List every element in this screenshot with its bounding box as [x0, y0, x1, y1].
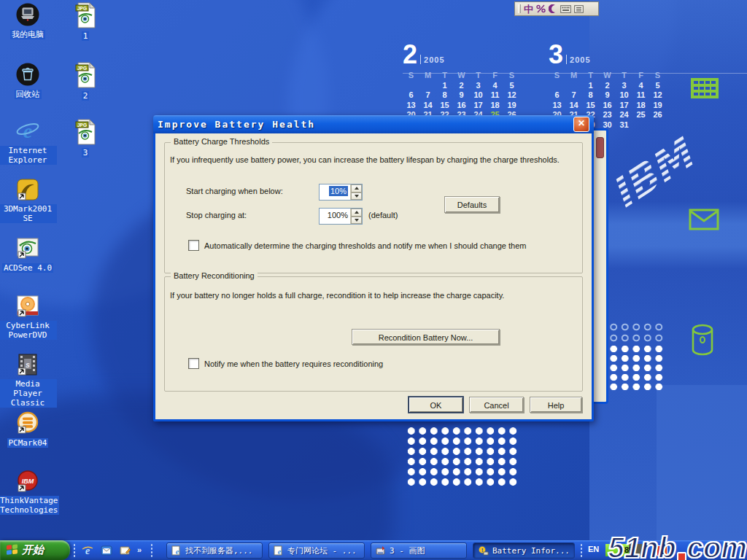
desktop-icon-recycle-bin[interactable]: 回收站 [0, 62, 57, 100]
dialog-client-area: Battery Charge Thresholds If you infrequ… [155, 133, 592, 419]
svg-text:s: s [26, 360, 30, 369]
close-button[interactable]: ✕ [573, 117, 589, 132]
taskbar-grip[interactable] [150, 543, 153, 557]
powerdvd-icon [15, 294, 40, 319]
task-button-battery-information[interactable]: ! Battery Infor... [473, 542, 575, 559]
task-button-browser-2[interactable]: e 专门网论坛 - ... [268, 542, 365, 559]
window-accent [596, 137, 604, 158]
desktop-icon-jpg-3[interactable]: JPG 3 [56, 119, 115, 158]
51nb-watermark: 51nb com [608, 532, 747, 560]
calendar-day: 12 [503, 90, 520, 101]
svg-text:JPG: JPG [77, 66, 87, 71]
calendar-day: 10 [616, 90, 632, 101]
calendar-day [649, 120, 666, 131]
calendar-weekday: S [503, 71, 520, 81]
desktop-icon-jpg-1[interactable]: JPG 1 [56, 2, 115, 42]
calendar-day: 14 [565, 101, 582, 111]
tray-language-indicator[interactable]: EN [588, 545, 599, 553]
ie-page-icon: e [171, 545, 182, 556]
quick-launch-ie-icon[interactable]: e [80, 543, 95, 557]
stop-charging-spinner[interactable]: 100% [319, 208, 363, 225]
watermark-suffix: com [687, 532, 747, 560]
calendar-day: 23 [599, 110, 616, 120]
spin-down-button[interactable] [351, 192, 362, 201]
pen-mode-icon[interactable] [549, 4, 557, 13]
stop-charging-value[interactable]: 100% [320, 209, 350, 224]
calendar-day: 11 [487, 90, 503, 101]
spin-up-button[interactable] [351, 184, 362, 192]
recondition-description: If your battery no longer holds a full c… [170, 291, 504, 300]
calendar-day: 16 [599, 101, 616, 111]
help-button[interactable]: Help [530, 397, 582, 413]
calendar-day: 1 [582, 81, 599, 91]
desktop-icon-media-player-classic[interactable]: s Media Player Classic [0, 352, 57, 408]
tray-grip[interactable] [580, 543, 583, 557]
start-charging-value[interactable]: 10% [329, 186, 348, 196]
auto-determine-checkbox[interactable] [188, 240, 199, 251]
desktop-icon-acdsee[interactable]: ACDSee 4.0 [0, 236, 57, 273]
desktop-icon-thinkvantage[interactable]: IBM ThinkVantage Technologies [0, 469, 57, 516]
calendar-day: 15 [436, 101, 453, 111]
icon-label: CyberLink PowerDVD [0, 321, 57, 340]
svg-text:e: e [176, 548, 179, 556]
calendar-weekday: F [487, 71, 503, 81]
spin-up-button[interactable] [351, 209, 362, 217]
task-button-paint[interactable]: 3 - 画图 [371, 542, 467, 559]
default-note: (default) [368, 211, 398, 219]
cancel-button[interactable]: Cancel [469, 397, 524, 413]
desktop-icon-my-computer[interactable]: 我的电脑 [0, 2, 57, 40]
calendar-weekday: T [616, 71, 632, 81]
task-button-browser-1[interactable]: e 找不到服务器,... [166, 542, 263, 559]
calendar-weekday: W [453, 71, 470, 81]
dialog-titlebar[interactable]: Improve Battery Health ✕ [153, 115, 594, 133]
calendar-day [419, 81, 436, 91]
svg-text:e: e [23, 120, 32, 142]
chinese-mode-icon[interactable]: 中 [524, 4, 533, 14]
punctuation-mode-icon[interactable] [536, 4, 546, 13]
notify-checkbox[interactable] [188, 358, 199, 369]
desktop-icon-pcmark04[interactable]: PCMark04 [0, 411, 57, 448]
desktop-icon-internet-explorer[interactable]: e Internet Explorer [0, 119, 57, 166]
quick-launch-email-icon[interactable] [99, 543, 114, 557]
taskbar-grip[interactable] [73, 543, 76, 557]
groupbox-title: Battery Charge Thresholds [171, 137, 272, 146]
calendar-weekday: T [436, 71, 453, 81]
watermark-prefix: 51nb [608, 532, 676, 560]
ime-language-bar[interactable]: 中 [514, 1, 599, 16]
desktop-icon-3dmark2001[interactable]: 3DMark2001 SE [0, 177, 57, 224]
thinkvantage-icon: IBM [15, 469, 40, 494]
spin-down-button[interactable] [351, 217, 362, 225]
calendar-day: 11 [632, 90, 649, 101]
ime-menu-icon[interactable] [574, 5, 584, 13]
ime-drag-handle[interactable] [518, 4, 521, 13]
calendar-day: 3 [470, 81, 487, 91]
calendar-month-header: 32005 [549, 41, 671, 66]
calendar-day: 17 [470, 101, 487, 111]
improve-battery-health-dialog: Improve Battery Health ✕ Battery Charge … [153, 115, 594, 421]
calendar-day: 31 [616, 120, 632, 131]
defaults-button[interactable]: Defaults [444, 196, 500, 213]
soft-keyboard-icon[interactable] [560, 5, 571, 13]
desktop-icon-powerdvd[interactable]: CyberLink PowerDVD [0, 294, 57, 341]
calendar-day: 7 [419, 90, 436, 101]
start-charging-spinner[interactable]: 10% [319, 184, 363, 201]
jpg-file-icon: JPG [73, 62, 98, 88]
desktop-icon-jpg-2[interactable]: JPG 2 [56, 62, 115, 101]
svg-text:IBM: IBM [22, 478, 34, 485]
dot-pattern-bottom [406, 426, 519, 489]
notify-label: Notify me when the battery requires reco… [204, 359, 383, 368]
auto-determine-label: Automatically determine the charging thr… [204, 241, 526, 250]
media-player-classic-icon: s [15, 352, 40, 377]
task-label: 3 - 画图 [390, 545, 425, 556]
icon-label: ThinkVantage Technologies [0, 496, 59, 515]
quick-launch-show-desktop-icon[interactable] [118, 543, 133, 557]
start-button[interactable]: 开始 [0, 540, 70, 560]
calendar-year: 2005 [570, 55, 590, 64]
calendar-weekday: S [549, 71, 565, 81]
quick-launch-overflow-chevron[interactable]: » [137, 542, 142, 557]
calendar-day: 9 [599, 90, 616, 101]
calendar-weekday: S [649, 71, 666, 81]
ok-button[interactable]: OK [409, 397, 463, 413]
calendar-day: 19 [503, 101, 520, 111]
recondition-battery-button[interactable]: Recondition Battery Now... [352, 329, 500, 345]
